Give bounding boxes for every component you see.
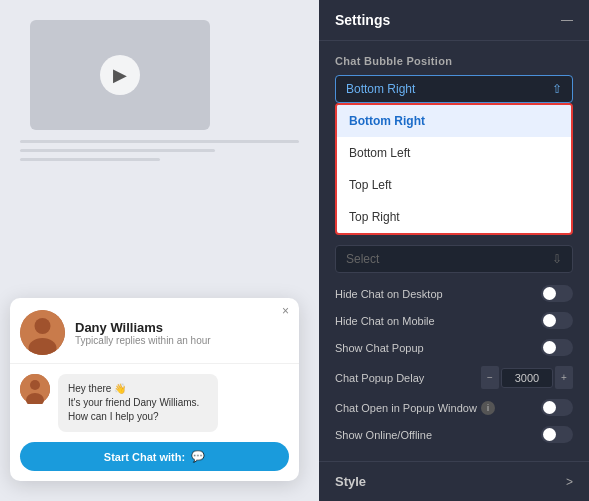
select-placeholder[interactable]: Select ⇩ xyxy=(335,245,573,273)
agent-name: Dany Williams xyxy=(75,320,211,335)
settings-header: Settings — xyxy=(319,0,589,41)
settings-title: Settings xyxy=(335,12,390,28)
delay-input[interactable] xyxy=(501,368,553,388)
chat-open-popup-label: Chat Open in Popup Window i xyxy=(335,401,495,415)
show-online-offline-toggle[interactable] xyxy=(541,426,573,443)
dropdown-option-bottom-right[interactable]: Bottom Right xyxy=(337,105,571,137)
chat-close-button[interactable]: × xyxy=(282,304,289,318)
play-button[interactable]: ▶ xyxy=(100,55,140,95)
chevron-up-icon: ⇧ xyxy=(552,82,562,96)
hide-chat-mobile-row: Hide Chat on Mobile xyxy=(335,312,573,329)
dropdown-option-top-left[interactable]: Top Left xyxy=(337,169,571,201)
svg-point-1 xyxy=(35,318,51,334)
hide-chat-desktop-row: Hide Chat on Desktop xyxy=(335,285,573,302)
chat-bubble-position-label: Chat Bubble Position xyxy=(335,55,573,67)
chat-open-popup-row: Chat Open in Popup Window i xyxy=(335,399,573,416)
chat-bubble-position-dropdown[interactable]: Bottom Right ⇧ xyxy=(335,75,573,103)
show-chat-popup-row: Show Chat Popup xyxy=(335,339,573,356)
chevron-down-icon: ⇩ xyxy=(552,252,562,266)
delay-decrement-button[interactable]: − xyxy=(481,366,499,389)
dropdown-selected-value: Bottom Right xyxy=(346,82,415,96)
delay-increment-button[interactable]: + xyxy=(555,366,573,389)
show-online-offline-row: Show Online/Offline xyxy=(335,426,573,443)
chat-messages: Hey there 👋It's your friend Dany William… xyxy=(10,364,299,442)
select-placeholder-text: Select xyxy=(346,252,379,266)
chat-popup-delay-row: Chat Popup Delay − + xyxy=(335,366,573,389)
chat-widget: × Dany Williams Typically replies within… xyxy=(10,298,299,481)
start-chat-label: Start Chat with: xyxy=(104,451,185,463)
collapse-icon[interactable]: — xyxy=(561,13,573,27)
slide-line xyxy=(20,140,299,143)
chat-popup-delay-label: Chat Popup Delay xyxy=(335,372,424,384)
chat-header: Dany Williams Typically replies within a… xyxy=(10,298,299,364)
style-label: Style xyxy=(335,474,366,489)
start-chat-button[interactable]: Start Chat with: 💬 xyxy=(20,442,289,471)
hide-chat-mobile-label: Hide Chat on Mobile xyxy=(335,315,435,327)
hide-chat-mobile-toggle[interactable] xyxy=(541,312,573,329)
settings-panel: Settings — Chat Bubble Position Bottom R… xyxy=(319,0,589,501)
chat-header-info: Dany Williams Typically replies within a… xyxy=(75,320,211,346)
dropdown-options-list: Bottom Right Bottom Left Top Left Top Ri… xyxy=(335,103,573,235)
chat-open-popup-toggle[interactable] xyxy=(541,399,573,416)
message-bubble: Hey there 👋It's your friend Dany William… xyxy=(58,374,218,432)
chevron-right-icon: > xyxy=(566,475,573,489)
show-chat-popup-toggle[interactable] xyxy=(541,339,573,356)
dropdown-option-bottom-left[interactable]: Bottom Left xyxy=(337,137,571,169)
video-thumbnail: ▶ xyxy=(30,20,210,130)
chat-icon: 💬 xyxy=(191,450,205,463)
avatar-small xyxy=(20,374,50,404)
svg-point-4 xyxy=(30,380,40,390)
show-online-offline-label: Show Online/Offline xyxy=(335,429,432,441)
agent-status: Typically replies within an hour xyxy=(75,335,211,346)
slide-line xyxy=(20,158,160,161)
slide-lines xyxy=(0,140,319,161)
show-chat-popup-label: Show Chat Popup xyxy=(335,342,424,354)
hide-chat-desktop-toggle[interactable] xyxy=(541,285,573,302)
preview-panel: ▶ × Dany Williams Typically replies with… xyxy=(0,0,319,501)
slide-line xyxy=(20,149,215,152)
avatar xyxy=(20,310,65,355)
dropdown-option-top-right[interactable]: Top Right xyxy=(337,201,571,233)
info-icon: i xyxy=(481,401,495,415)
style-section[interactable]: Style > xyxy=(319,461,589,501)
hide-chat-desktop-label: Hide Chat on Desktop xyxy=(335,288,443,300)
delay-input-group: − + xyxy=(481,366,573,389)
settings-body: Chat Bubble Position Bottom Right ⇧ Bott… xyxy=(319,41,589,461)
